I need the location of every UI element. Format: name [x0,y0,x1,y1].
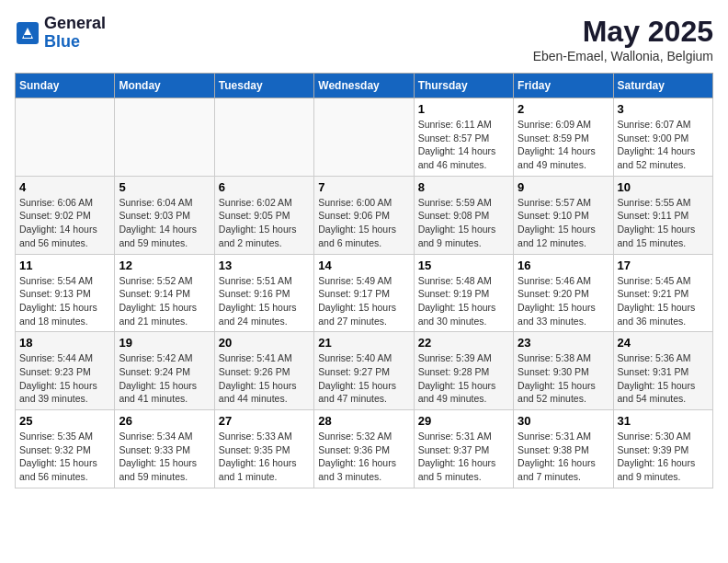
weekday-row: SundayMondayTuesdayWednesdayThursdayFrid… [16,74,713,98]
day-info: Sunrise: 5:32 AM Sunset: 9:36 PM Dayligh… [318,430,409,484]
calendar-cell: 7Sunrise: 6:00 AM Sunset: 9:06 PM Daylig… [314,176,414,254]
calendar-cell: 28Sunrise: 5:32 AM Sunset: 9:36 PM Dayli… [314,410,414,488]
calendar-cell: 2Sunrise: 6:09 AM Sunset: 8:59 PM Daylig… [514,98,613,177]
day-info: Sunrise: 5:34 AM Sunset: 9:33 PM Dayligh… [119,430,210,484]
title-block: May 2025 Eben-Emael, Wallonia, Belgium [533,15,713,63]
logo-text: General Blue [44,15,106,52]
calendar-cell [115,98,214,177]
logo-icon [15,20,40,46]
calendar-week-row: 1Sunrise: 6:11 AM Sunset: 8:57 PM Daylig… [16,98,713,177]
day-info: Sunrise: 5:40 AM Sunset: 9:27 PM Dayligh… [318,351,409,406]
day-info: Sunrise: 5:31 AM Sunset: 9:37 PM Dayligh… [418,430,509,484]
day-number: 12 [119,259,210,272]
logo-blue: Blue [44,33,106,52]
day-info: Sunrise: 5:35 AM Sunset: 9:32 PM Dayligh… [19,430,110,484]
calendar-table: SundayMondayTuesdayWednesdayThursdayFrid… [15,73,713,488]
calendar-cell: 31Sunrise: 5:30 AM Sunset: 9:39 PM Dayli… [613,410,712,488]
calendar-cell: 18Sunrise: 5:44 AM Sunset: 9:23 PM Dayli… [16,332,115,410]
day-info: Sunrise: 5:33 AM Sunset: 9:35 PM Dayligh… [219,430,310,484]
calendar-week-row: 4Sunrise: 6:06 AM Sunset: 9:02 PM Daylig… [16,176,713,254]
calendar-cell: 13Sunrise: 5:51 AM Sunset: 9:16 PM Dayli… [214,254,313,332]
day-number: 15 [418,259,509,272]
calendar-cell [16,98,115,177]
day-info: Sunrise: 5:48 AM Sunset: 9:19 PM Dayligh… [418,274,509,328]
day-number: 13 [219,259,310,272]
calendar-cell: 15Sunrise: 5:48 AM Sunset: 9:19 PM Dayli… [414,254,513,332]
calendar-cell [214,98,313,177]
calendar-header: SundayMondayTuesdayWednesdayThursdayFrid… [16,74,713,98]
day-number: 26 [119,414,210,428]
day-number: 17 [618,259,709,272]
calendar-cell: 12Sunrise: 5:52 AM Sunset: 9:14 PM Dayli… [115,254,214,332]
day-number: 2 [518,102,609,116]
day-number: 18 [19,336,110,350]
day-info: Sunrise: 5:49 AM Sunset: 9:17 PM Dayligh… [318,274,409,328]
calendar-cell: 1Sunrise: 6:11 AM Sunset: 8:57 PM Daylig… [414,98,513,177]
day-number: 25 [19,414,110,428]
day-info: Sunrise: 5:57 AM Sunset: 9:10 PM Dayligh… [518,196,609,250]
weekday-header: Friday [514,74,613,98]
day-info: Sunrise: 5:46 AM Sunset: 9:20 PM Dayligh… [518,274,609,328]
calendar-cell: 11Sunrise: 5:54 AM Sunset: 9:13 PM Dayli… [16,254,115,332]
calendar-week-row: 11Sunrise: 5:54 AM Sunset: 9:13 PM Dayli… [16,254,713,332]
calendar-cell: 17Sunrise: 5:45 AM Sunset: 9:21 PM Dayli… [613,254,712,332]
day-number: 19 [119,336,210,350]
day-number: 8 [418,180,509,194]
day-info: Sunrise: 5:42 AM Sunset: 9:24 PM Dayligh… [119,351,210,406]
calendar-cell: 22Sunrise: 5:39 AM Sunset: 9:28 PM Dayli… [414,332,513,410]
weekday-header: Wednesday [314,74,414,98]
weekday-header: Sunday [16,74,115,98]
day-number: 7 [318,180,409,194]
calendar-cell: 16Sunrise: 5:46 AM Sunset: 9:20 PM Dayli… [514,254,613,332]
calendar-cell: 27Sunrise: 5:33 AM Sunset: 9:35 PM Dayli… [214,410,313,488]
calendar-cell: 8Sunrise: 5:59 AM Sunset: 9:08 PM Daylig… [414,176,513,254]
day-number: 10 [618,180,709,194]
day-number: 9 [518,180,609,194]
calendar-cell: 4Sunrise: 6:06 AM Sunset: 9:02 PM Daylig… [16,176,115,254]
logo: General Blue [15,15,106,52]
day-number: 20 [219,336,310,350]
calendar-cell: 9Sunrise: 5:57 AM Sunset: 9:10 PM Daylig… [514,176,613,254]
day-number: 24 [618,336,709,350]
day-info: Sunrise: 5:45 AM Sunset: 9:21 PM Dayligh… [618,274,709,328]
day-info: Sunrise: 6:11 AM Sunset: 8:57 PM Dayligh… [418,118,509,172]
day-number: 31 [618,414,709,428]
day-info: Sunrise: 6:09 AM Sunset: 8:59 PM Dayligh… [518,118,609,172]
day-info: Sunrise: 5:30 AM Sunset: 9:39 PM Dayligh… [618,430,709,484]
day-number: 16 [518,259,609,272]
calendar-cell: 24Sunrise: 5:36 AM Sunset: 9:31 PM Dayli… [613,332,712,410]
calendar-cell: 25Sunrise: 5:35 AM Sunset: 9:32 PM Dayli… [16,410,115,488]
month-title: May 2025 [533,15,713,49]
day-info: Sunrise: 5:38 AM Sunset: 9:30 PM Dayligh… [518,351,609,406]
page-header: General Blue May 2025 Eben-Emael, Wallon… [15,15,713,63]
day-info: Sunrise: 6:04 AM Sunset: 9:03 PM Dayligh… [119,196,210,250]
day-info: Sunrise: 6:07 AM Sunset: 9:00 PM Dayligh… [618,118,709,172]
calendar-cell: 10Sunrise: 5:55 AM Sunset: 9:11 PM Dayli… [613,176,712,254]
day-info: Sunrise: 5:31 AM Sunset: 9:38 PM Dayligh… [518,430,609,484]
day-number: 22 [418,336,509,350]
calendar-body: 1Sunrise: 6:11 AM Sunset: 8:57 PM Daylig… [16,98,713,488]
day-info: Sunrise: 5:55 AM Sunset: 9:11 PM Dayligh… [618,196,709,250]
day-info: Sunrise: 5:36 AM Sunset: 9:31 PM Dayligh… [618,351,709,406]
weekday-header: Saturday [613,74,712,98]
day-number: 4 [19,180,110,194]
day-number: 1 [418,102,509,116]
weekday-header: Monday [115,74,214,98]
day-number: 28 [318,414,409,428]
day-number: 11 [19,259,110,272]
calendar-cell: 14Sunrise: 5:49 AM Sunset: 9:17 PM Dayli… [314,254,414,332]
day-number: 14 [318,259,409,272]
calendar-cell: 29Sunrise: 5:31 AM Sunset: 9:37 PM Dayli… [414,410,513,488]
calendar-cell: 3Sunrise: 6:07 AM Sunset: 9:00 PM Daylig… [613,98,712,177]
day-info: Sunrise: 5:51 AM Sunset: 9:16 PM Dayligh… [219,274,310,328]
calendar-cell: 23Sunrise: 5:38 AM Sunset: 9:30 PM Dayli… [514,332,613,410]
calendar-cell: 26Sunrise: 5:34 AM Sunset: 9:33 PM Dayli… [115,410,214,488]
calendar-cell: 21Sunrise: 5:40 AM Sunset: 9:27 PM Dayli… [314,332,414,410]
day-number: 30 [518,414,609,428]
location-subtitle: Eben-Emael, Wallonia, Belgium [533,49,713,63]
day-number: 3 [618,102,709,116]
day-info: Sunrise: 5:41 AM Sunset: 9:26 PM Dayligh… [219,351,310,406]
day-info: Sunrise: 5:59 AM Sunset: 9:08 PM Dayligh… [418,196,509,250]
logo-general: General [44,15,106,33]
day-info: Sunrise: 6:06 AM Sunset: 9:02 PM Dayligh… [19,196,110,250]
